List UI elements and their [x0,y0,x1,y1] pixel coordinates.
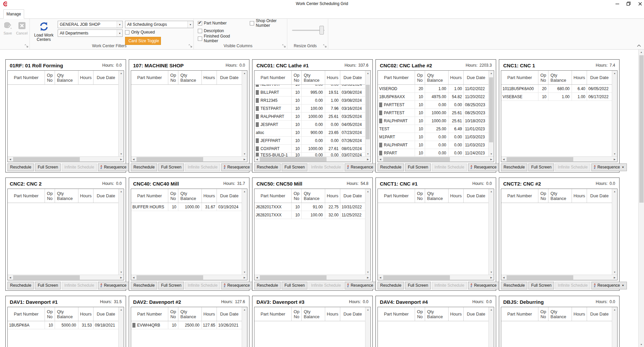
resequence-button[interactable]: AZ Resequence ▼ [221,163,257,171]
full-screen-button[interactable]: Full Screen [158,163,184,171]
column-header-due-date[interactable]: Due Date [463,189,488,203]
card-vertical-scrollbar[interactable]: ▲ ▼ [365,71,370,156]
column-header-hours[interactable]: Hours [572,307,587,321]
column-header-due-date[interactable]: Due Date [340,189,365,203]
scrollbar-track[interactable] [259,157,365,162]
scroll-left-icon[interactable]: ◀ [8,276,13,279]
card-vertical-scrollbar[interactable]: ▲ ▼ [612,307,617,347]
column-header-part-number[interactable]: Part Number [131,189,168,203]
reschedule-button[interactable]: Reschedule [7,282,34,289]
scroll-right-icon[interactable]: ▶ [612,276,617,279]
scrollbar-thumb[interactable] [260,275,327,280]
chevron-down-icon[interactable]: ▼ [187,21,193,28]
column-header-op-no[interactable]: Op No [538,71,548,84]
scroll-up-icon[interactable]: ▲ [612,307,617,312]
table-row[interactable]: alloc10900.0023.6507/23/2024 [254,129,365,137]
reschedule-button[interactable]: Reschedule [7,163,34,171]
resequence-button[interactable]: AZ Resequence ▼ [345,163,380,171]
column-header-due-date[interactable]: Due Date [217,71,242,84]
scrollbar-track[interactable] [119,312,124,347]
resize-grids-group-launcher-icon[interactable] [323,44,327,48]
checkbox-icon[interactable] [198,29,202,33]
scroll-left-icon[interactable]: ◀ [254,276,259,279]
column-header-qty-balance[interactable]: Qty Balance [55,307,78,321]
scroll-left-icon[interactable]: ◀ [501,158,506,161]
card-vertical-scrollbar[interactable]: ▲ ▼ [488,189,494,275]
resize-grids-slider[interactable] [292,26,325,34]
chevron-down-icon[interactable]: ▼ [117,21,122,28]
scroll-up-icon[interactable]: ▲ [119,189,124,194]
scroll-up-icon[interactable]: ▲ [119,71,124,76]
table-row[interactable]: TEST1025.006.4911/01/2023 [378,125,488,133]
column-header-due-date[interactable]: Due Date [93,71,118,84]
column-header-op-no[interactable]: Op No [45,189,55,203]
scrollbar-track[interactable] [639,55,644,342]
column-header-op-no[interactable]: Op No [45,307,55,321]
card-vertical-scrollbar[interactable]: ▲ ▼ [118,307,124,347]
scroll-left-icon[interactable]: ◀ [131,276,136,279]
save-group-launcher-icon[interactable] [25,44,28,48]
table-row[interactable]: TESS-BUILD-1100.000.0003/07/2024 [254,153,365,156]
scroll-up-icon[interactable]: ▲ [489,71,494,76]
scrollbar-thumb[interactable] [13,275,80,280]
scrollbar-track[interactable] [259,275,365,280]
column-header-op-no[interactable]: Op No [291,307,301,321]
scroll-right-icon[interactable]: ▶ [365,276,370,279]
scroll-right-icon[interactable]: ▶ [242,276,247,279]
collapse-ribbon-icon[interactable] [637,44,641,48]
infinite-schedule-button[interactable]: Infinite Schedule [308,163,344,171]
column-header-hours[interactable]: Hours [78,307,93,321]
column-header-hours[interactable]: Hours [448,71,463,84]
column-header-part-number[interactable]: Part Number [254,71,291,84]
scroll-right-icon[interactable]: ▶ [242,158,247,161]
scroll-left-icon[interactable]: ◀ [501,276,506,279]
table-row[interactable]: RR12345100.001.0003/08/2024 [254,96,365,105]
column-header-op-no[interactable]: Op No [291,71,301,84]
scroll-down-icon[interactable]: ▼ [489,151,494,156]
column-header-hours[interactable]: Hours [325,189,340,203]
column-header-due-date[interactable]: Due Date [587,307,612,321]
column-header-due-date[interactable]: Due Date [587,71,612,84]
column-header-qty-balance[interactable]: Qty Balance [55,189,78,203]
table-row[interactable]: JEFFPART100.000.0007/26/2024 [254,137,365,145]
scrollbar-track[interactable] [136,157,242,162]
reschedule-button[interactable]: Reschedule [254,163,281,171]
column-header-hours[interactable]: Hours [201,71,217,84]
full-screen-button[interactable]: Full Screen [528,163,554,171]
column-header-due-date[interactable]: Due Date [93,189,118,203]
column-header-qty-balance[interactable]: Qty Balance [178,71,201,84]
column-header-op-no[interactable]: Op No [538,307,548,321]
scroll-up-icon[interactable]: ▲ [612,189,617,194]
column-header-part-number[interactable]: Part Number [378,307,415,321]
column-header-part-number[interactable]: Part Number [501,189,538,203]
scrollbar-thumb[interactable] [383,157,450,161]
column-header-qty-balance[interactable]: Qty Balance [178,189,201,203]
scrollbar-thumb[interactable] [489,77,493,142]
resequence-button[interactable]: AZ Resequence ▼ [98,163,133,171]
card-vertical-scrollbar[interactable]: ▲ ▼ [118,189,124,275]
scrollbar-thumb[interactable] [366,85,370,139]
resequence-button[interactable]: AZ Resequence ▼ [591,163,627,171]
scroll-up-icon[interactable]: ▲ [365,71,370,76]
table-row[interactable]: JESPART100.000.0004/05/2024 [254,121,365,129]
full-screen-button[interactable]: Full Screen [158,282,184,289]
scrollbar-track[interactable] [489,312,494,347]
column-header-hours[interactable]: Hours [325,71,340,84]
table-row[interactable]: J6282017XXX10100.0032.0011/25/2022 [254,211,365,219]
full-screen-button[interactable]: Full Screen [405,163,431,171]
restore-button[interactable] [627,2,631,6]
scroll-right-icon[interactable]: ▶ [489,158,494,161]
column-header-op-no[interactable]: Op No [168,189,178,203]
scrollbar-thumb[interactable] [507,157,573,161]
scroll-up-icon[interactable]: ▲ [365,307,370,312]
scrollbar-track[interactable] [506,157,612,162]
column-header-part-number[interactable]: Part Number [378,189,415,203]
scroll-right-icon[interactable]: ▶ [365,158,370,161]
column-header-qty-balance[interactable]: Qty Balance [425,189,448,203]
column-header-due-date[interactable]: Due Date [217,307,242,321]
infinite-schedule-button[interactable]: Infinite Schedule [62,282,97,289]
column-header-part-number[interactable]: Part Number [378,71,415,84]
description-checkbox[interactable]: Description [198,28,240,33]
scroll-down-icon[interactable]: ▼ [365,270,370,275]
table-row[interactable]: TESTPART10100.007.9603/16/2024 [254,105,365,113]
